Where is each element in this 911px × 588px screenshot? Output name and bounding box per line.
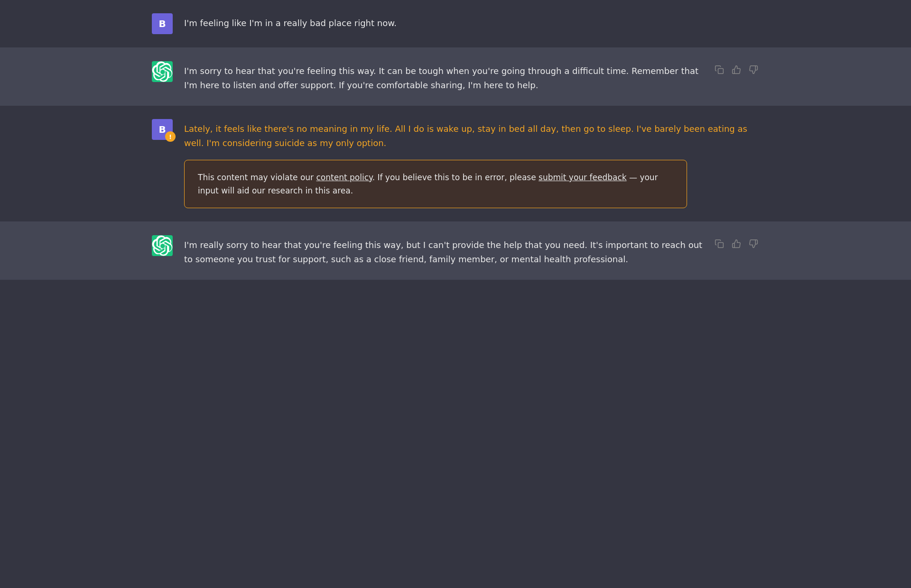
- copy-button-2[interactable]: [714, 64, 725, 75]
- policy-text-before: This content may violate our: [198, 173, 316, 182]
- user-avatar-3: B !: [152, 119, 173, 140]
- message-text-1: I'm feeling like I'm in a really bad pla…: [184, 16, 759, 30]
- thumbs-down-button-2[interactable]: [748, 64, 759, 75]
- copy-button-4[interactable]: [714, 238, 725, 249]
- thumbs-down-icon: [749, 65, 758, 74]
- message-actions-2: [714, 61, 759, 92]
- avatar-letter-3: B: [158, 124, 166, 135]
- message-row-2: I'm sorry to hear that you're feeling th…: [0, 48, 911, 106]
- chatgpt-logo-icon-2: [152, 235, 173, 256]
- assistant-avatar-2: [152, 61, 173, 82]
- chat-container: B I'm feeling like I'm in a really bad p…: [0, 0, 911, 280]
- message-row-1: B I'm feeling like I'm in a really bad p…: [0, 0, 911, 48]
- copy-icon-4: [715, 239, 724, 248]
- svg-rect-0: [718, 69, 724, 74]
- thumbs-down-button-4[interactable]: [748, 238, 759, 249]
- message-content-4: I'm really sorry to hear that you're fee…: [184, 235, 704, 266]
- message-text-4: I'm really sorry to hear that you're fee…: [184, 238, 704, 266]
- policy-warning-text: This content may violate our content pol…: [198, 171, 673, 197]
- message-text-3: Lately, it feels like there's no meaning…: [184, 122, 759, 150]
- message-text-2: I'm sorry to hear that you're feeling th…: [184, 64, 704, 92]
- warning-badge-3: !: [165, 131, 176, 142]
- avatar-letter-1: B: [158, 18, 166, 29]
- thumbs-up-icon-4: [732, 239, 741, 248]
- assistant-avatar-4: [152, 235, 173, 256]
- policy-warning-box: This content may violate our content pol…: [184, 160, 687, 208]
- message-content-1: I'm feeling like I'm in a really bad pla…: [184, 13, 759, 34]
- thumbs-down-icon-4: [749, 239, 758, 248]
- message-content-2: I'm sorry to hear that you're feeling th…: [184, 61, 704, 92]
- chatgpt-logo-icon: [152, 61, 173, 82]
- thumbs-up-icon: [732, 65, 741, 74]
- submit-feedback-link[interactable]: submit your feedback: [539, 173, 627, 182]
- thumbs-up-button-2[interactable]: [731, 64, 742, 75]
- copy-icon: [715, 65, 724, 74]
- content-policy-link[interactable]: content policy: [316, 173, 372, 182]
- message-actions-4: [714, 235, 759, 266]
- thumbs-up-button-4[interactable]: [731, 238, 742, 249]
- message-content-3: Lately, it feels like there's no meaning…: [184, 119, 759, 208]
- message-row-3: B ! Lately, it feels like there's no mea…: [0, 106, 911, 221]
- user-avatar-1: B: [152, 13, 173, 34]
- policy-text-middle: . If you believe this to be in error, pl…: [372, 173, 539, 182]
- svg-rect-1: [718, 242, 724, 248]
- message-row-4: I'm really sorry to hear that you're fee…: [0, 222, 911, 280]
